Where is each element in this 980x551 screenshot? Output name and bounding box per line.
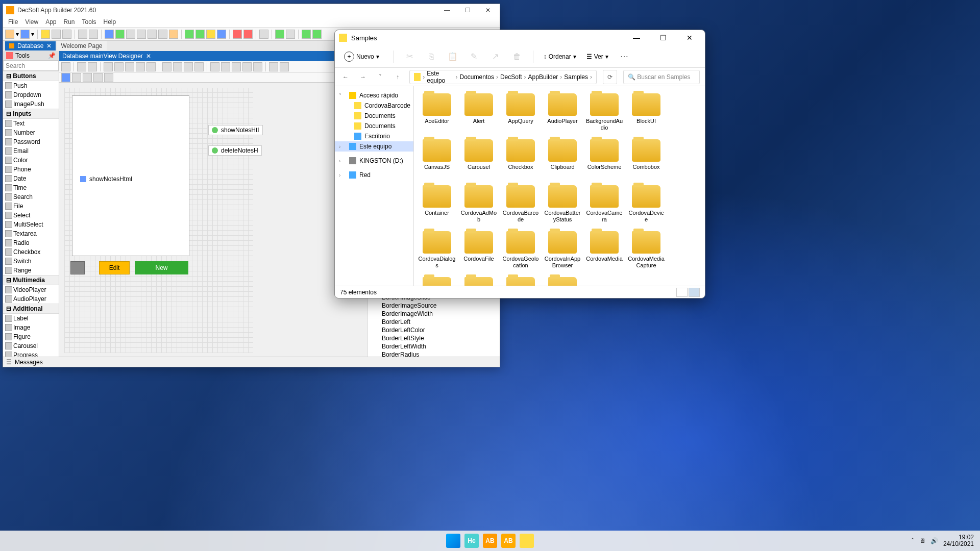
- toolbar-icon[interactable]: [158, 30, 167, 39]
- share-icon[interactable]: ↗: [490, 51, 501, 62]
- sidebar-item[interactable]: ˅Acceso rápido: [335, 90, 413, 101]
- doc-tab[interactable]: Welcome Page: [57, 41, 106, 51]
- rename-icon[interactable]: ✎: [469, 51, 480, 62]
- tool-item-range[interactable]: Range: [3, 266, 59, 275]
- tool-item-date[interactable]: Date: [3, 174, 59, 183]
- toolbar-run-icon[interactable]: [275, 30, 284, 39]
- tool-item-image[interactable]: Image: [3, 323, 59, 332]
- toolbar-icon[interactable]: [302, 30, 311, 39]
- sidebar-item[interactable]: ›Este equipo: [335, 141, 413, 152]
- folder-item[interactable]: CordovaGeolocation: [500, 229, 542, 275]
- tool-item-file[interactable]: File: [3, 202, 59, 211]
- close-button[interactable]: ✕: [678, 30, 701, 45]
- tool-item-videoplayer[interactable]: VideoPlayer: [3, 285, 59, 294]
- menu-help[interactable]: Help: [104, 18, 116, 26]
- folder-item[interactable]: AppQuery: [500, 91, 542, 137]
- dt2-icon[interactable]: [61, 73, 70, 82]
- prop-item[interactable]: BorderLeft: [368, 318, 500, 326]
- toolbar-new-icon[interactable]: [5, 30, 14, 39]
- tool-item-audioplayer[interactable]: AudioPlayer: [3, 294, 59, 304]
- menu-view[interactable]: View: [25, 18, 38, 26]
- prop-item[interactable]: BorderLeftColor: [368, 326, 500, 334]
- tool-item-figure[interactable]: Figure: [3, 332, 59, 341]
- tool-item-time[interactable]: Time: [3, 183, 59, 192]
- tool-item-push[interactable]: Push: [3, 81, 59, 90]
- dt-icon[interactable]: [242, 62, 252, 71]
- toolbar-icon[interactable]: [243, 30, 253, 39]
- toolbar-icon[interactable]: [169, 30, 178, 39]
- design-element-button[interactable]: showNotesHtI: [208, 125, 263, 135]
- folder-item[interactable]: CordovaPushNotifications: [458, 275, 500, 286]
- folder-item[interactable]: Clipboard: [542, 137, 583, 183]
- doc-tab[interactable]: Database✕: [5, 41, 56, 51]
- tool-item-select[interactable]: Select: [3, 211, 59, 220]
- tool-item-carousel[interactable]: Carousel: [3, 341, 59, 350]
- close-button[interactable]: ✕: [479, 4, 497, 16]
- messages-bar[interactable]: ☰ Messages: [3, 357, 500, 367]
- tool-item-phone[interactable]: Phone: [3, 165, 59, 174]
- recent-icon[interactable]: ˅: [375, 71, 386, 83]
- toolbar-icon[interactable]: [52, 30, 61, 39]
- breadcrumb-item[interactable]: Samples: [564, 73, 588, 81]
- toolbar-icon[interactable]: [148, 30, 157, 39]
- menu-run[interactable]: Run: [64, 18, 75, 26]
- tool-item-progress[interactable]: Progress: [3, 350, 59, 357]
- folder-item[interactable]: Alert: [458, 91, 500, 137]
- folder-item[interactable]: ColorScheme: [583, 137, 625, 183]
- dt-icon[interactable]: [232, 62, 241, 71]
- dt-icon[interactable]: [114, 62, 124, 71]
- dt-icon[interactable]: [210, 62, 219, 71]
- toolbar-icon[interactable]: [217, 30, 226, 39]
- dt2-icon[interactable]: [93, 73, 103, 82]
- toolbar-icon[interactable]: [62, 30, 71, 39]
- folder-item[interactable]: CordovaDevice: [625, 183, 667, 229]
- dt-icon[interactable]: [104, 62, 113, 71]
- dt-icon[interactable]: [184, 62, 193, 71]
- tool-item-textarea[interactable]: Textarea: [3, 229, 59, 238]
- toolbar-icon[interactable]: [41, 30, 50, 39]
- dt-icon[interactable]: [173, 62, 182, 71]
- dt2-icon[interactable]: [83, 73, 92, 82]
- folder-item[interactable]: Combobox: [625, 137, 667, 183]
- prop-item[interactable]: BorderRadius: [368, 350, 500, 357]
- toolbar-icon[interactable]: [137, 30, 146, 39]
- tool-item-email[interactable]: Email: [3, 146, 59, 156]
- prop-item[interactable]: BorderImageSource: [368, 302, 500, 310]
- tool-item-password[interactable]: Password: [3, 137, 59, 146]
- folder-item[interactable]: CordovaMedia: [583, 229, 625, 275]
- paste-icon[interactable]: 📋: [447, 51, 458, 62]
- dt-icon[interactable]: [77, 62, 86, 71]
- menu-tools[interactable]: Tools: [82, 18, 96, 26]
- folder-item[interactable]: CordovaInAppBrowser: [542, 229, 583, 275]
- up-icon[interactable]: ↑: [392, 71, 403, 83]
- design-new-button[interactable]: New: [135, 261, 188, 274]
- dt-icon[interactable]: [146, 62, 156, 71]
- tool-item-switch[interactable]: Switch: [3, 257, 59, 266]
- tool-category[interactable]: ⊟ Multimedia: [3, 275, 59, 285]
- icons-view-icon[interactable]: [689, 288, 700, 297]
- menu-app[interactable]: App: [45, 18, 56, 26]
- folder-item[interactable]: Container: [416, 183, 458, 229]
- taskbar-app-icon[interactable]: AB: [483, 534, 497, 548]
- tool-item-radio[interactable]: Radio: [3, 238, 59, 247]
- details-view-icon[interactable]: [676, 288, 688, 297]
- toolbar-icon[interactable]: [259, 30, 268, 39]
- cut-icon[interactable]: ✂: [404, 51, 415, 62]
- dt2-icon[interactable]: [72, 73, 81, 82]
- back-icon[interactable]: ←: [340, 71, 351, 83]
- folder-item[interactable]: CordovaMediaCapture: [625, 229, 667, 275]
- folder-item[interactable]: CordovaStatusbar: [542, 275, 583, 286]
- folder-item[interactable]: CordovaBatteryStatus: [542, 183, 583, 229]
- folder-item[interactable]: CordovaDialogs: [416, 229, 458, 275]
- folder-item[interactable]: Carousel: [458, 137, 500, 183]
- sidebar-item[interactable]: Documents: [335, 111, 413, 121]
- clock[interactable]: 19:02 24/10/2021: [943, 534, 974, 547]
- folder-item[interactable]: BlockUI: [625, 91, 667, 137]
- taskbar-app-icon[interactable]: AB: [501, 534, 516, 548]
- dt-icon[interactable]: [61, 62, 70, 71]
- tool-item-number[interactable]: Number: [3, 128, 59, 137]
- tray-chevron-icon[interactable]: ˄: [911, 537, 914, 544]
- folder-item[interactable]: CordovaBarcode: [500, 183, 542, 229]
- sort-button[interactable]: ↕ Ordenar ▾: [544, 53, 576, 60]
- prop-item[interactable]: BorderLeftWidth: [368, 342, 500, 350]
